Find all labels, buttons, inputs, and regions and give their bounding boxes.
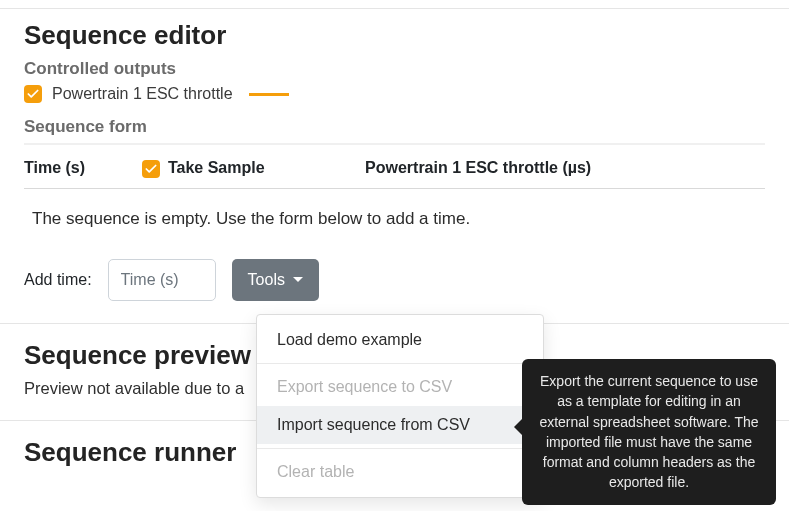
top-divider	[0, 8, 789, 9]
menu-export-csv: Export sequence to CSV	[257, 368, 543, 406]
sequence-table: Time (s) Take Sample Powertrain 1 ESC th…	[24, 149, 765, 251]
col-powertrain: Powertrain 1 ESC throttle (µs)	[365, 149, 765, 188]
menu-clear-table: Clear table	[257, 453, 543, 491]
col-take-sample: Take Sample	[142, 149, 365, 188]
time-input[interactable]	[108, 259, 216, 301]
sequence-form-heading: Sequence form	[24, 117, 765, 137]
col-time: Time (s)	[24, 149, 142, 188]
tools-dropdown: Load demo example Export sequence to CSV…	[256, 314, 544, 498]
output-checkbox[interactable]	[24, 85, 42, 103]
menu-separator	[257, 448, 543, 449]
tools-button[interactable]: Tools	[232, 259, 319, 301]
controlled-output-row: Powertrain 1 ESC throttle	[24, 85, 765, 103]
output-color-swatch	[249, 93, 289, 96]
table-top-border	[24, 143, 765, 145]
table-header-row: Time (s) Take Sample Powertrain 1 ESC th…	[24, 149, 765, 188]
add-time-label: Add time:	[24, 271, 92, 289]
menu-separator	[257, 363, 543, 364]
import-csv-tooltip: Export the current sequence to use as a …	[522, 359, 776, 505]
check-icon	[26, 87, 40, 101]
page-title: Sequence editor	[24, 20, 765, 51]
menu-import-csv[interactable]: Import sequence from CSV	[257, 406, 543, 444]
table-empty-row: The sequence is empty. Use the form belo…	[24, 188, 765, 251]
chevron-down-icon	[293, 277, 303, 282]
output-label: Powertrain 1 ESC throttle	[52, 85, 233, 103]
empty-message: The sequence is empty. Use the form belo…	[24, 188, 765, 251]
menu-load-demo[interactable]: Load demo example	[257, 321, 543, 359]
take-sample-header-checkbox[interactable]	[142, 160, 160, 178]
controlled-outputs-heading: Controlled outputs	[24, 59, 765, 79]
sequence-editor-section: Sequence editor Controlled outputs Power…	[0, 20, 789, 301]
col-take-sample-label: Take Sample	[168, 159, 265, 176]
add-time-row: Add time: Tools	[24, 259, 765, 301]
check-icon	[144, 162, 158, 176]
tools-button-label: Tools	[248, 271, 285, 289]
